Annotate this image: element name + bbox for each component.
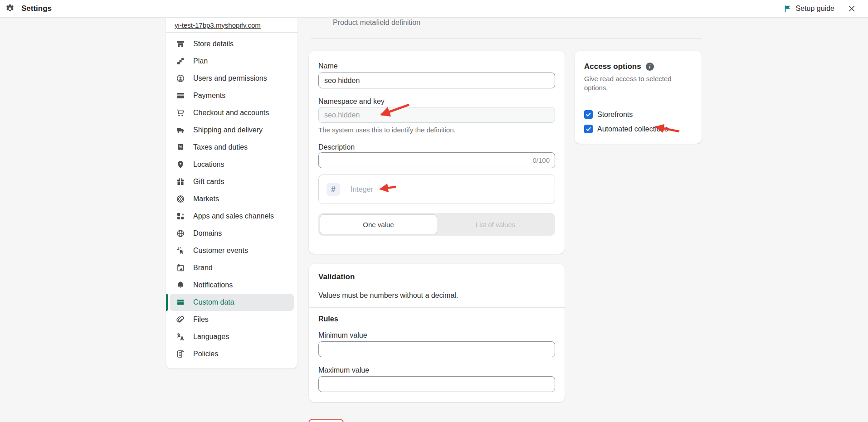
description-label: Description bbox=[318, 143, 355, 151]
selected-accent-bar bbox=[166, 294, 168, 311]
page-heading: Settings bbox=[21, 4, 52, 13]
name-input[interactable] bbox=[318, 73, 555, 88]
map-pin-icon bbox=[176, 160, 185, 169]
namespace-help-text: The system uses this to identify the def… bbox=[318, 126, 456, 134]
validation-description: Values must be numbers without a decimal… bbox=[318, 291, 458, 300]
content-type-selector[interactable]: # Integer bbox=[318, 175, 555, 204]
title-divider bbox=[311, 38, 702, 39]
validation-divider bbox=[309, 307, 565, 308]
sidebar-item-apps-and-sales-channels[interactable]: Apps and sales channels bbox=[170, 208, 294, 225]
sidebar-item-policies[interactable]: Policies bbox=[170, 345, 294, 363]
sidebar-item-checkout-and-accounts[interactable]: Checkout and accounts bbox=[170, 104, 294, 121]
sidebar-item-users-and-permissions[interactable]: Users and permissions bbox=[170, 70, 294, 87]
sidebar-item-custom-data[interactable]: Custom data bbox=[170, 294, 294, 311]
access-divider bbox=[575, 99, 702, 99]
maximum-value-label: Maximum value bbox=[318, 366, 369, 374]
access-options-subtitle: Give read access to selected options. bbox=[584, 74, 688, 92]
value-mode-segmented-control: One value List of values bbox=[318, 213, 555, 236]
sidebar-item-notifications[interactable]: Notifications bbox=[170, 276, 294, 294]
setup-guide-label: Setup guide bbox=[796, 5, 834, 13]
sidebar-item-locations[interactable]: Locations bbox=[170, 156, 294, 173]
brand-image-icon bbox=[176, 263, 185, 272]
sidebar-item-languages[interactable]: A Languages bbox=[170, 328, 294, 345]
markets-target-icon bbox=[176, 194, 185, 204]
list-of-values-tab[interactable]: List of values bbox=[437, 214, 554, 234]
page-title: Product metafield definition bbox=[333, 19, 420, 27]
apps-grid-plus-icon bbox=[176, 212, 185, 221]
globe-icon bbox=[176, 229, 185, 238]
sidebar-item-payments[interactable]: Payments bbox=[170, 87, 294, 104]
paperclip-icon bbox=[176, 315, 185, 324]
truck-icon bbox=[176, 126, 185, 135]
top-bar: Settings Setup guide bbox=[0, 0, 868, 18]
info-icon[interactable]: i bbox=[646, 63, 654, 71]
sidebar-item-gift-cards[interactable]: Gift cards bbox=[170, 173, 294, 190]
svg-text:%: % bbox=[179, 145, 182, 149]
minimum-value-input[interactable] bbox=[318, 341, 555, 357]
cart-icon bbox=[176, 108, 185, 117]
sidebar-item-brand[interactable]: Brand bbox=[170, 259, 294, 276]
maximum-value-input[interactable] bbox=[318, 376, 555, 392]
cursor-spark-icon bbox=[176, 246, 185, 255]
percent-receipt-icon: % bbox=[176, 143, 185, 152]
rules-label: Rules bbox=[318, 315, 338, 323]
access-options-card: Access options i Give read access to sel… bbox=[575, 51, 702, 144]
settings-nav-list: Store details Plan Users and permissions… bbox=[166, 33, 297, 365]
bell-icon bbox=[176, 281, 185, 290]
setup-guide-button[interactable]: Setup guide bbox=[783, 5, 834, 13]
validation-title: Validation bbox=[318, 272, 355, 281]
flag-icon bbox=[783, 5, 792, 13]
sidebar-item-store-details[interactable]: Store details bbox=[170, 35, 294, 53]
automated-collections-checkbox-row[interactable]: Automated collections bbox=[584, 125, 668, 133]
description-input[interactable] bbox=[318, 152, 555, 168]
policy-scroll-icon bbox=[176, 349, 185, 359]
minimum-value-label: Minimum value bbox=[318, 331, 367, 340]
name-label: Name bbox=[318, 62, 338, 70]
sidebar-item-domains[interactable]: Domains bbox=[170, 225, 294, 242]
translate-icon: A bbox=[176, 332, 185, 341]
content-type-label: Integer bbox=[351, 185, 373, 194]
bottom-divider bbox=[311, 409, 702, 409]
sidebar-item-markets[interactable]: Markets bbox=[170, 190, 294, 208]
gift-icon bbox=[176, 177, 185, 186]
sidebar-item-shipping-and-delivery[interactable]: Shipping and delivery bbox=[170, 121, 294, 139]
credit-card-icon bbox=[176, 91, 185, 100]
hash-icon: # bbox=[327, 183, 340, 196]
delete-definition-button[interactable] bbox=[308, 419, 344, 422]
storefront-icon bbox=[176, 39, 185, 49]
access-options-title: Access options bbox=[584, 62, 641, 71]
namespace-key-input[interactable] bbox=[318, 107, 555, 123]
validation-card: Validation Values must be numbers withou… bbox=[309, 264, 565, 402]
sidebar-item-plan[interactable]: Plan bbox=[170, 53, 294, 70]
storefronts-checkbox[interactable] bbox=[584, 110, 593, 119]
sidebar-item-taxes-and-duties[interactable]: % Taxes and duties bbox=[170, 139, 294, 156]
namespace-key-label: Namespace and key bbox=[318, 97, 385, 106]
plan-steps-icon bbox=[176, 57, 185, 66]
one-value-tab[interactable]: One value bbox=[320, 214, 437, 234]
sidebar-item-files[interactable]: Files bbox=[170, 311, 294, 328]
description-char-counter: 0/100 bbox=[532, 156, 550, 164]
settings-gear-icon bbox=[5, 4, 15, 14]
automated-collections-checkbox[interactable] bbox=[584, 125, 593, 133]
user-circle-icon bbox=[176, 74, 185, 83]
close-icon[interactable] bbox=[846, 3, 857, 14]
database-slabs-icon bbox=[176, 298, 185, 307]
storefronts-checkbox-row[interactable]: Storefronts bbox=[584, 110, 633, 119]
metafield-definition-card: Name Namespace and key The system uses t… bbox=[309, 51, 565, 254]
settings-sidebar: yi-test-17bp3.myshopify.com Store detail… bbox=[166, 18, 297, 369]
sidebar-item-customer-events[interactable]: Customer events bbox=[170, 242, 294, 259]
store-url-link[interactable]: yi-test-17bp3.myshopify.com bbox=[175, 21, 261, 29]
